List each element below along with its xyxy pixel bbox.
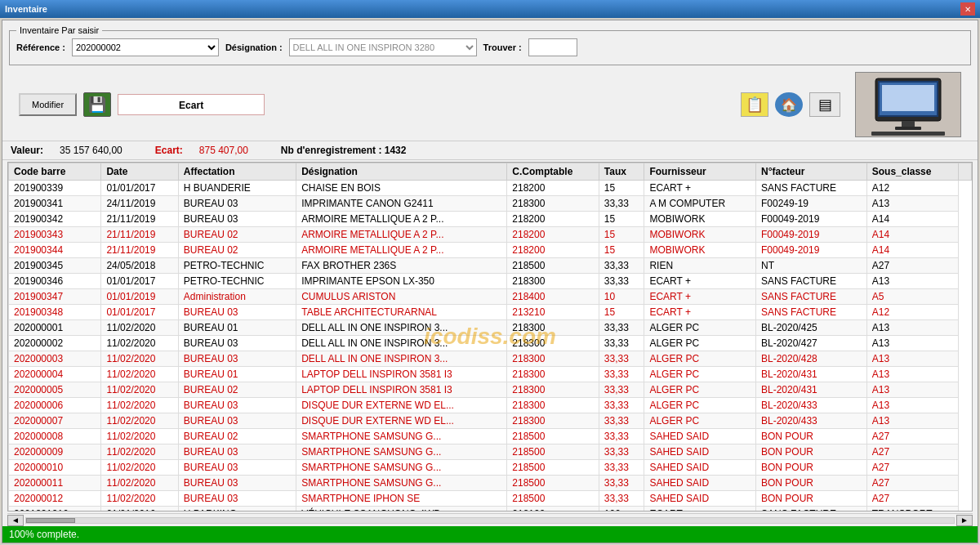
cell-affectation: BUREAU 03 [178, 212, 296, 227]
cell-nfacteur: BON POUR [756, 476, 867, 491]
cell-affectation: BUREAU 02 [178, 429, 296, 444]
status-text: 100% complete. [9, 529, 79, 540]
cell-fournisseur: ALGER PC [644, 320, 756, 336]
table-row: 20190034321/11/2019BUREAU 02ARMOIRE META… [9, 227, 972, 243]
col-affectation: Affectation [178, 163, 296, 181]
cell-date: 11/02/2020 [101, 351, 178, 367]
cell-fournisseur: SAHED SAID [644, 460, 756, 476]
scroll-right-button[interactable]: ► [956, 515, 973, 526]
table-row: 20190034421/11/2019BUREAU 02ARMOIRE META… [9, 243, 972, 258]
cell-fournisseur: ECART + [644, 289, 756, 305]
cell-ccomptable: 218500 [507, 476, 599, 491]
ref-label: Référence : [16, 42, 65, 52]
cell-designation: ARMOIRE METALLIQUE A 2 P... [296, 212, 507, 227]
horizontal-scroll[interactable]: ◄ ► [7, 513, 973, 526]
cell-nfacteur: BL-2020/433 [756, 413, 867, 429]
cell-ccomptable: 218200 [507, 243, 599, 258]
home-button[interactable]: 🏠 [775, 92, 803, 117]
table-row: 20200001011/02/2020BUREAU 03SMARTPHONE S… [9, 460, 972, 476]
cell-designation: DELL ALL IN ONE INSPIRON 3... [296, 351, 507, 367]
close-button[interactable]: ✕ [960, 2, 975, 16]
table-body: 20190033901/01/2017H BUANDERIECHAISE EN … [9, 181, 972, 512]
cell-designation: SMARTPHONE IPHON SE [296, 491, 507, 507]
ref-select[interactable]: 202000002 [72, 38, 219, 56]
cell-sous_classe: A13 [866, 274, 958, 289]
table-row: 20200000711/02/2020BUREAU 03DISQUE DUR E… [9, 413, 972, 429]
scroll-left-button[interactable]: ◄ [7, 515, 24, 526]
cell-ccomptable: 218300 [507, 413, 599, 429]
cell-taux: 33,33 [599, 444, 644, 460]
cell-designation: LAPTOP DELL INSPIRON 3581 I3 [296, 367, 507, 382]
cell-code: 201900345 [9, 258, 101, 274]
scrollbar-thumb[interactable] [26, 518, 75, 523]
top-section: Inventaire Par saisir Référence : 202000… [2, 20, 978, 69]
col-taux: Taux [599, 163, 644, 181]
table-row: 20200001211/02/2020BUREAU 03SMARTPHONE I… [9, 491, 972, 507]
cell-fournisseur: MOBIWORK [644, 227, 756, 243]
cell-designation: ARMOIRE METALLIQUE A 2 P... [296, 227, 507, 243]
cell-taux: 10 [599, 289, 644, 305]
desig-select[interactable]: DELL ALL IN ONE INSPIRON 3280 [289, 38, 477, 56]
cell-fournisseur: RIEN [644, 258, 756, 274]
cell-nfacteur: SANS FACTURE [756, 181, 867, 196]
table-row: 20190034801/01/2017BUREAU 03TABLE ARCHIT… [9, 305, 972, 320]
table-row: 20190033901/01/2017H BUANDERIECHAISE EN … [9, 181, 972, 196]
cell-code: 201900342 [9, 212, 101, 227]
valeur-value: 35 157 640,00 [60, 145, 122, 156]
cell-designation: DELL ALL IN ONE INSPIRON 3... [296, 320, 507, 336]
cell-ccomptable: 218500 [507, 258, 599, 274]
window-title: Inventaire [5, 4, 47, 14]
toolbar-row: Modifier 💾 Ecart 📋 🏠 ▤ [2, 69, 978, 141]
table-row: 20200000611/02/2020BUREAU 03DISQUE DUR E… [9, 398, 972, 413]
trouver-input[interactable]: 0 [528, 38, 577, 56]
table-container[interactable]: icodiss.com Code barre Date Affectation … [7, 162, 973, 511]
main-window: Inventaire Par saisir Référence : 202000… [2, 20, 978, 543]
cell-nfacteur: F00049-2019 [756, 227, 867, 243]
cell-date: 11/02/2020 [101, 367, 178, 382]
cell-affectation: H BUANDERIE [178, 181, 296, 196]
cell-taux: 15 [599, 305, 644, 320]
col-designation: Désignation [296, 163, 507, 181]
col-fournisseur: Fournisseur [644, 163, 756, 181]
cell-nfacteur: BL-2020/431 [756, 367, 867, 382]
cell-sous_classe: A13 [866, 382, 958, 398]
barcode-button[interactable]: ▤ [809, 92, 840, 117]
cell-taux: 15 [599, 212, 644, 227]
cell-code: 3001831216 [9, 507, 101, 512]
table-row: 20200000411/02/2020BUREAU 01LAPTOP DELL … [9, 367, 972, 382]
cell-designation: SMARTPHONE SAMSUNG G... [296, 460, 507, 476]
cell-code: 202000012 [9, 491, 101, 507]
cell-ccomptable: 218500 [507, 460, 599, 476]
cell-affectation: BUREAU 03 [178, 476, 296, 491]
cell-designation: DISQUE DUR EXTERNE WD EL... [296, 398, 507, 413]
table-row: 20200000111/02/2020BUREAU 01DELL ALL IN … [9, 320, 972, 336]
cell-nfacteur: SANS FACTURE [756, 507, 867, 512]
cell-sous_classe: A14 [866, 243, 958, 258]
cell-ccomptable: 213210 [507, 305, 599, 320]
cell-affectation: BUREAU 02 [178, 227, 296, 243]
right-toolbar: 📋 🏠 ▤ [741, 72, 961, 137]
cell-date: 11/02/2020 [101, 382, 178, 398]
cell-designation: ARMOIRE METALLIQUE A 2 P... [296, 243, 507, 258]
cell-code: 201900341 [9, 196, 101, 212]
cell-sous_classe: A13 [866, 413, 958, 429]
modifier-button[interactable]: Modifier [19, 93, 77, 116]
cell-sous_classe: A12 [866, 181, 958, 196]
table-row: 20200000211/02/2020BUREAU 03DELL ALL IN … [9, 336, 972, 351]
stats-row: Valeur: 35 157 640,00 Ecart: 875 407,00 … [2, 141, 978, 160]
cell-date: 11/02/2020 [101, 460, 178, 476]
cell-designation: DISQUE DUR EXTERNE WD EL... [296, 413, 507, 429]
cell-code: 202000001 [9, 320, 101, 336]
cell-sous_classe: A27 [866, 476, 958, 491]
cell-date: 01/01/2019 [101, 289, 178, 305]
cell-affectation: BUREAU 02 [178, 243, 296, 258]
save-button[interactable]: 💾 [83, 92, 111, 117]
cell-fournisseur: SAHED SAID [644, 444, 756, 460]
cell-taux: 33,33 [599, 196, 644, 212]
cell-sous_classe: A5 [866, 289, 958, 305]
cell-date: 11/02/2020 [101, 320, 178, 336]
cell-fournisseur: SAHED SAID [644, 491, 756, 507]
cell-nfacteur: BL-2020/431 [756, 382, 867, 398]
cell-date: 11/02/2020 [101, 444, 178, 460]
clipboard-button[interactable]: 📋 [741, 92, 768, 117]
